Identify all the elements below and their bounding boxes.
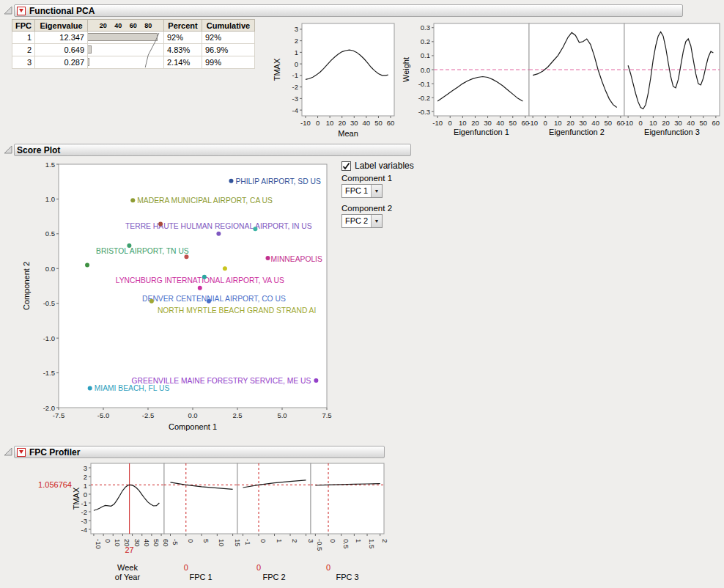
score-point[interactable] xyxy=(202,275,207,279)
score-point[interactable] xyxy=(253,227,257,231)
table-header-row: FPC Eigenvalue 20 40 60 80 Percent Cumul… xyxy=(12,20,255,32)
triangle-icon xyxy=(4,448,12,455)
red-menu-arrow-icon xyxy=(19,450,23,454)
component2-select[interactable]: FPC 2 ▼ xyxy=(341,214,383,228)
score-point[interactable] xyxy=(149,299,154,304)
fpca-header[interactable]: Functional PCA xyxy=(14,4,683,17)
score-plot-header[interactable]: Score Plot xyxy=(14,144,411,156)
score-point[interactable] xyxy=(265,256,270,260)
panel-label: Eigenfunction 2 xyxy=(549,128,605,136)
component1-select[interactable]: FPC 1 ▼ xyxy=(341,184,383,198)
functional-pca-report: Functional PCA FPC Eigenvalue 20 40 60 8… xyxy=(0,0,724,588)
cell-eigen-bar xyxy=(88,44,164,56)
score-point[interactable] xyxy=(130,198,135,202)
eigenvalue-table-wrap: FPC Eigenvalue 20 40 60 80 Percent Cumul… xyxy=(12,19,255,69)
tick-label: 40 xyxy=(591,119,599,127)
score-point[interactable] xyxy=(216,232,221,236)
profiler-header[interactable]: FPC Profiler xyxy=(14,446,385,458)
tick-label: 20 xyxy=(662,119,670,127)
current-factor-value: 0 xyxy=(326,563,330,572)
current-factor-value: 0 xyxy=(256,563,261,572)
plot-frame xyxy=(237,463,311,534)
tick-label: -0.5 xyxy=(316,539,324,551)
eigenvalue-table: FPC Eigenvalue 20 40 60 80 Percent Cumul… xyxy=(12,19,255,69)
tick-label: 10 xyxy=(218,539,226,547)
factor-label: FPC 1 xyxy=(189,573,212,581)
disclosure-triangle-score[interactable] xyxy=(3,144,12,154)
col-header-eigenvalue[interactable]: Eigenvalue xyxy=(35,20,88,32)
col-header-percent[interactable]: Percent xyxy=(164,20,202,32)
tick-label: 0.0 xyxy=(188,411,197,419)
tick-label: 2 xyxy=(381,539,389,543)
disclosure-triangle-fpca[interactable] xyxy=(3,5,12,15)
cell-fpc: 3 xyxy=(12,56,35,69)
cell-percent: 2.14% xyxy=(164,56,202,69)
col-header-cumulative[interactable]: Cumulative xyxy=(202,20,255,32)
disclosure-triangle-profiler[interactable] xyxy=(3,446,12,456)
tick-label: -3 xyxy=(292,95,298,103)
component1-value: FPC 1 xyxy=(342,185,371,197)
tick-label: -10 xyxy=(528,119,538,127)
chevron-down-icon: ▼ xyxy=(371,185,382,197)
plot-frame xyxy=(91,463,164,534)
tick-label: 20 xyxy=(471,119,479,127)
component1-label: Component 1 xyxy=(341,174,392,183)
tick-label: 1 xyxy=(276,539,284,543)
score-point[interactable] xyxy=(198,286,202,290)
cell-percent: 92% xyxy=(164,32,202,44)
score-point[interactable] xyxy=(229,179,233,183)
tick-label: 2 xyxy=(291,539,299,543)
tick-label: 30 xyxy=(579,119,587,127)
fpc-profiler-plot: 3210-1-2-3-41.056764TMAX-100102030405060… xyxy=(29,462,396,588)
tick-label: -0.1 xyxy=(418,80,430,88)
point-label: GREENVILLE MAINE FORESTRY SERVICE, ME US xyxy=(131,377,311,385)
plot-frame xyxy=(164,463,237,534)
plot-frame xyxy=(311,463,384,534)
point-label: DENVER CENTENNIAL AIRPORT, CO US xyxy=(142,295,286,303)
table-row[interactable]: 2 0.649 4.83% 96.9% xyxy=(12,44,255,56)
panel-label: Eigenfunction 3 xyxy=(644,128,700,136)
tick-label: 50 xyxy=(152,539,160,547)
col-header-fpc[interactable]: FPC xyxy=(12,20,35,32)
x-axis-label: Mean xyxy=(338,129,358,138)
tick-label: -1 xyxy=(244,539,252,545)
tick-label: -0.5 xyxy=(43,299,55,307)
tick-label: 3 xyxy=(295,25,298,33)
table-row[interactable]: 3 0.287 2.14% 99% xyxy=(12,56,255,69)
tick-label: 30 xyxy=(350,119,358,127)
tick-label: 60 xyxy=(387,119,395,127)
score-point[interactable] xyxy=(88,386,92,390)
tick-label: 40 xyxy=(687,119,695,127)
tick-label: 40 xyxy=(363,119,371,127)
tick-label: 1 xyxy=(84,482,87,490)
x-axis-label: Component 1 xyxy=(169,422,217,431)
tick-label: 3 xyxy=(307,539,315,543)
table-row[interactable]: 1 12.347 92% 92% xyxy=(12,32,255,44)
tick-label: 7.5 xyxy=(322,411,331,419)
tick-label: 15 xyxy=(234,539,242,547)
tick-label: 30 xyxy=(484,119,492,127)
tick-label: -10 xyxy=(623,119,633,127)
tick-label: 60 xyxy=(712,119,720,127)
tick-label: 0.1 xyxy=(421,51,430,59)
score-point[interactable] xyxy=(184,254,188,259)
fpca-menu-button[interactable] xyxy=(17,7,26,15)
tick-label: 1.5 xyxy=(368,539,376,548)
cell-cumulative: 99% xyxy=(202,56,255,69)
tick-label: 1.0 xyxy=(45,195,55,203)
red-menu-arrow-icon xyxy=(19,9,23,12)
score-point[interactable] xyxy=(85,263,89,268)
tick-label: -4 xyxy=(292,106,298,114)
plot-frame xyxy=(302,23,394,116)
profiler-menu-button[interactable] xyxy=(17,448,26,457)
tick-label: 1 xyxy=(355,539,363,543)
score-point[interactable] xyxy=(158,222,163,227)
score-point[interactable] xyxy=(314,378,318,383)
label-variables-checkbox[interactable] xyxy=(341,161,351,171)
tick-label: 0 xyxy=(104,539,112,543)
cell-cumulative: 96.9% xyxy=(202,44,255,56)
score-point[interactable] xyxy=(223,266,227,271)
tick-label: 10 xyxy=(554,119,562,127)
eigenfunction-plots: 0.30.20.10.0-0.1-0.2-0.3-100102030405060… xyxy=(402,19,724,142)
tick-label: 0.0 xyxy=(421,66,430,74)
